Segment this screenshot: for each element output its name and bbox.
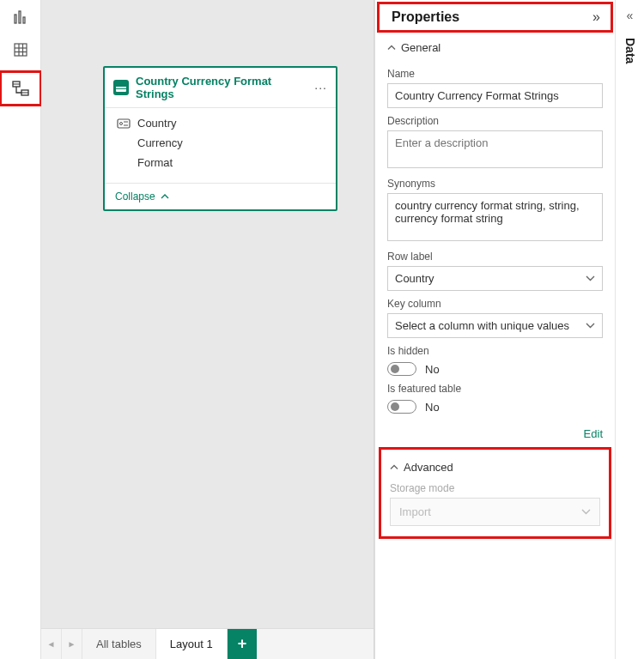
tab-layout-1[interactable]: Layout 1 — [156, 629, 228, 659]
storage-block: Storage mode Import — [381, 482, 609, 526]
is-featured-row: No — [387, 400, 603, 414]
select-value: Country — [395, 272, 434, 285]
table-card-title: Country Currency Format Strings — [136, 75, 307, 100]
is-featured-value: No — [425, 401, 440, 414]
key-column-label: Key column — [387, 298, 603, 310]
is-hidden-row: No — [387, 362, 603, 376]
table-card-body: Country Currency Format — [105, 108, 336, 183]
svg-rect-13 — [116, 83, 126, 86]
section-general[interactable]: General — [375, 33, 615, 59]
properties-title: Properties — [392, 9, 459, 25]
section-label: General — [401, 41, 440, 54]
chevron-down-icon — [581, 509, 591, 515]
chevron-up-icon — [161, 194, 169, 199]
synonyms-input[interactable] — [387, 193, 603, 241]
storage-mode-label: Storage mode — [390, 482, 600, 494]
field-label: Currency — [137, 136, 183, 149]
section-advanced[interactable]: Advanced — [381, 450, 609, 482]
tab-label: Layout 1 — [170, 638, 213, 650]
synonyms-label: Synonyms — [387, 178, 603, 190]
report-view-icon[interactable] — [12, 9, 29, 26]
key-field-icon — [117, 118, 131, 129]
field-row[interactable]: Country — [105, 113, 336, 133]
model-view-icon[interactable] — [12, 80, 29, 97]
collapse-label: Collapse — [115, 190, 155, 203]
is-hidden-toggle[interactable] — [387, 362, 416, 376]
chevron-down-icon — [586, 323, 595, 329]
chevron-down-icon — [586, 275, 595, 281]
table-card[interactable]: Country Currency Format Strings ··· Coun… — [103, 66, 337, 211]
collapse-button[interactable]: Collapse — [105, 183, 336, 209]
collapse-panel-icon[interactable]: » — [592, 9, 600, 25]
tab-all-tables[interactable]: All tables — [82, 629, 156, 659]
properties-header: Properties » — [377, 2, 613, 33]
data-pane-collapsed: « Data — [615, 0, 644, 659]
table-card-header[interactable]: Country Currency Format Strings ··· — [105, 68, 336, 108]
storage-mode-value: Import — [399, 505, 431, 518]
section-label: Advanced — [404, 461, 453, 474]
is-hidden-value: No — [425, 363, 440, 376]
name-input[interactable] — [387, 83, 603, 108]
edit-link[interactable]: Edit — [375, 422, 615, 447]
row-label-select[interactable]: Country — [387, 266, 603, 291]
tabs-next-icon[interactable]: ► — [62, 629, 82, 659]
more-options-icon[interactable]: ··· — [314, 81, 327, 94]
field-row[interactable]: Currency — [105, 133, 336, 153]
data-view-icon[interactable] — [12, 41, 29, 58]
row-label-label: Row label — [387, 251, 603, 263]
description-label: Description — [387, 115, 603, 127]
is-hidden-label: Is hidden — [387, 345, 603, 357]
model-view-highlight — [0, 70, 42, 106]
left-icon-rail — [0, 0, 41, 659]
svg-rect-0 — [15, 15, 16, 23]
key-column-select[interactable]: Select a column with unique values — [387, 313, 603, 338]
select-placeholder: Select a column with unique values — [395, 319, 569, 332]
data-pane-label[interactable]: Data — [623, 38, 637, 63]
app-root: Country Currency Format Strings ··· Coun… — [0, 0, 644, 659]
svg-rect-1 — [19, 11, 21, 23]
table-icon — [113, 80, 129, 95]
general-form: Name Description Synonyms Row label Coun… — [375, 59, 615, 422]
layout-tabs: ◄ ► All tables Layout 1 + — [41, 628, 374, 659]
chevron-up-icon — [387, 45, 396, 51]
field-label: Format — [137, 156, 173, 169]
svg-rect-3 — [15, 44, 27, 56]
properties-panel: Properties » General Name Description Sy… — [374, 0, 615, 659]
storage-mode-select[interactable]: Import — [390, 498, 600, 526]
svg-point-18 — [120, 122, 123, 124]
field-row[interactable]: Format — [105, 153, 336, 172]
tab-label: All tables — [96, 638, 142, 650]
name-label: Name — [387, 68, 603, 80]
svg-rect-2 — [23, 17, 25, 23]
model-canvas[interactable]: Country Currency Format Strings ··· Coun… — [41, 0, 374, 659]
add-layout-button[interactable]: + — [228, 629, 258, 659]
edit-label: Edit — [584, 427, 603, 440]
description-input[interactable] — [387, 130, 603, 168]
is-featured-label: Is featured table — [387, 383, 603, 395]
advanced-highlight: Advanced Storage mode Import — [379, 447, 611, 539]
field-label: Country — [137, 117, 177, 130]
is-featured-toggle[interactable] — [387, 400, 416, 414]
tabs-prev-icon[interactable]: ◄ — [41, 629, 62, 659]
chevron-up-icon — [390, 464, 398, 470]
expand-data-pane-icon[interactable]: « — [627, 9, 634, 22]
